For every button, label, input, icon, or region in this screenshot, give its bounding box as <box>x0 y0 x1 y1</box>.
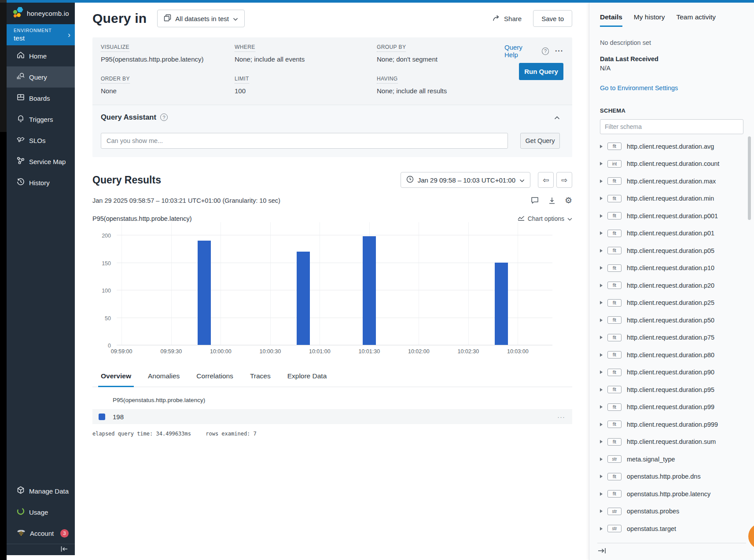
environment-settings-link[interactable]: Go to Environment Settings <box>600 84 743 92</box>
clause-value[interactable]: 100 <box>235 87 377 95</box>
schema-row[interactable]: flt http.client.request.duration.p95 <box>600 381 743 399</box>
chart-bar[interactable] <box>198 241 211 345</box>
collapse-right-icon[interactable] <box>597 547 607 556</box>
expand-caret-icon[interactable] <box>600 423 603 426</box>
chart-options-button[interactable]: Chart options <box>518 215 572 222</box>
expand-caret-icon[interactable] <box>600 214 603 218</box>
schema-row[interactable]: flt http.client.request.duration.avg <box>600 138 743 155</box>
expand-caret-icon[interactable] <box>600 318 603 322</box>
expand-caret-icon[interactable] <box>600 370 603 374</box>
help-icon[interactable]: ? <box>542 48 549 55</box>
schema-row[interactable]: flt openstatus.http.probe.latency <box>600 485 743 503</box>
schema-row[interactable]: flt http.client.request.duration.p90 <box>600 364 743 381</box>
details-tab[interactable]: My history <box>634 13 665 27</box>
details-tab[interactable]: Team activity <box>676 13 716 27</box>
schema-row[interactable]: flt http.client.request.duration.p99 <box>600 399 743 416</box>
results-tab[interactable]: Correlations <box>194 372 236 387</box>
clause-value[interactable]: None; don't segment <box>377 55 504 63</box>
expand-caret-icon[interactable] <box>600 509 603 513</box>
environment-switcher[interactable]: ENVIRONMENT test › <box>7 24 75 45</box>
dataset-selector[interactable]: All datasets in test <box>157 10 245 27</box>
download-button[interactable] <box>548 197 556 205</box>
schema-row[interactable]: flt http.client.request.duration.p10 <box>600 260 743 277</box>
chart-bar[interactable] <box>297 252 310 345</box>
sidebar-item-usage[interactable]: Usage <box>7 501 75 523</box>
collapse-chevron-icon[interactable] <box>554 113 560 121</box>
expand-caret-icon[interactable] <box>600 197 603 200</box>
get-query-button[interactable]: Get Query <box>520 133 560 149</box>
expand-caret-icon[interactable] <box>600 458 603 461</box>
schema-row[interactable]: str meta.signal_type <box>600 450 743 468</box>
expand-caret-icon[interactable] <box>600 301 603 304</box>
schema-row[interactable]: flt http.client.request.duration.p01 <box>600 225 743 242</box>
row-overflow-menu-icon[interactable]: ··· <box>557 413 565 421</box>
sidebar-item-history[interactable]: History <box>7 172 75 193</box>
schema-row[interactable]: flt http.client.request.duration.p75 <box>600 329 743 347</box>
schema-row[interactable]: flt http.client.request.duration.p20 <box>600 277 743 294</box>
time-forward-button[interactable]: ⇨ <box>556 172 572 188</box>
schema-row[interactable]: flt http.client.request.duration.p50 <box>600 311 743 329</box>
results-tab[interactable]: Traces <box>247 372 273 387</box>
expand-caret-icon[interactable] <box>600 353 603 357</box>
schema-row[interactable]: flt http.client.request.duration.min <box>600 190 743 208</box>
sidebar-item-triggers[interactable]: Triggers <box>7 109 75 130</box>
sidebar-item-service-map[interactable]: Service Map <box>7 151 75 172</box>
expand-caret-icon[interactable] <box>600 179 603 183</box>
assistant-prompt-input[interactable] <box>101 133 508 149</box>
sidebar-item-slos[interactable]: SLOs <box>7 130 75 151</box>
clause-limit[interactable]: LIMIT 100 <box>235 74 377 95</box>
expand-caret-icon[interactable] <box>600 145 603 148</box>
run-query-button[interactable]: Run Query <box>519 63 563 80</box>
sidebar-item-account[interactable]: Account 3 <box>7 523 75 544</box>
schema-row[interactable]: int http.client.request.duration.count <box>600 155 743 173</box>
expand-caret-icon[interactable] <box>600 162 603 165</box>
clause-where[interactable]: WHERE None; include all events <box>235 43 377 63</box>
save-to-button[interactable]: Save to <box>533 10 572 27</box>
brand-logo[interactable]: honeycomb.io <box>7 3 75 24</box>
expand-caret-icon[interactable] <box>600 266 603 270</box>
clause-visualize[interactable]: VISUALIZE P95(openstatus.http.probe.late… <box>101 43 235 63</box>
sidebar-item-home[interactable]: Home <box>7 45 75 66</box>
details-tab[interactable]: Details <box>600 13 622 27</box>
time-range-selector[interactable]: Jan 29 09:58 – 10:03 UTC+01:00 <box>401 172 530 188</box>
clause-value[interactable]: None; include all events <box>235 55 377 63</box>
expand-caret-icon[interactable] <box>600 405 603 409</box>
sidebar-item-manage-data[interactable]: Manage Data <box>7 480 75 501</box>
schema-row[interactable]: str openstatus.probes <box>600 503 743 520</box>
help-icon[interactable]: ? <box>160 113 168 121</box>
schema-row[interactable]: flt http.client.request.duration.max <box>600 172 743 190</box>
results-tab[interactable]: Explore Data <box>285 372 330 387</box>
schema-row[interactable]: flt http.client.request.duration.p001 <box>600 207 743 225</box>
clause-group-by[interactable]: GROUP BY None; don't segment <box>377 43 504 63</box>
chart-bar[interactable] <box>363 236 376 345</box>
clause-value[interactable]: P95(openstatus.http.probe.latency) <box>101 55 235 63</box>
results-tab[interactable]: Overview <box>98 372 134 387</box>
summary-row[interactable]: 198 ··· <box>92 409 572 424</box>
gear-icon[interactable]: ⚙ <box>565 196 572 205</box>
clause-having[interactable]: HAVING None; include all results <box>377 74 504 95</box>
expand-caret-icon[interactable] <box>600 440 603 443</box>
expand-caret-icon[interactable] <box>600 388 603 392</box>
schema-row[interactable]: flt openstatus.http.probe.dns <box>600 468 743 486</box>
query-help-link[interactable]: Query Help <box>504 44 536 59</box>
expand-caret-icon[interactable] <box>600 527 603 531</box>
schema-row[interactable]: flt http.client.request.duration.p05 <box>600 242 743 260</box>
sidebar-collapse-button[interactable] <box>7 544 75 555</box>
schema-row[interactable]: flt http.client.request.duration.p999 <box>600 416 743 433</box>
schema-filter-input[interactable] <box>600 119 743 134</box>
share-button[interactable]: Share <box>493 15 522 23</box>
schema-row[interactable]: flt http.client.request.duration.p25 <box>600 294 743 312</box>
results-tab[interactable]: Anomalies <box>145 372 182 387</box>
clause-order-by[interactable]: ORDER BY None <box>101 74 235 95</box>
sidebar-item-query[interactable]: Query <box>7 66 75 88</box>
overflow-menu-icon[interactable]: ··· <box>555 47 563 55</box>
expand-caret-icon[interactable] <box>600 284 603 287</box>
clause-value[interactable]: None <box>101 87 235 95</box>
expand-caret-icon[interactable] <box>600 492 603 496</box>
expand-caret-icon[interactable] <box>600 231 603 235</box>
clause-value[interactable]: None; include all results <box>377 87 504 95</box>
time-back-button[interactable]: ⇦ <box>538 172 554 188</box>
schema-row[interactable]: flt http.client.request.duration.p80 <box>600 346 743 364</box>
expand-caret-icon[interactable] <box>600 336 603 339</box>
schema-row[interactable]: str openstatus.target <box>600 520 743 538</box>
